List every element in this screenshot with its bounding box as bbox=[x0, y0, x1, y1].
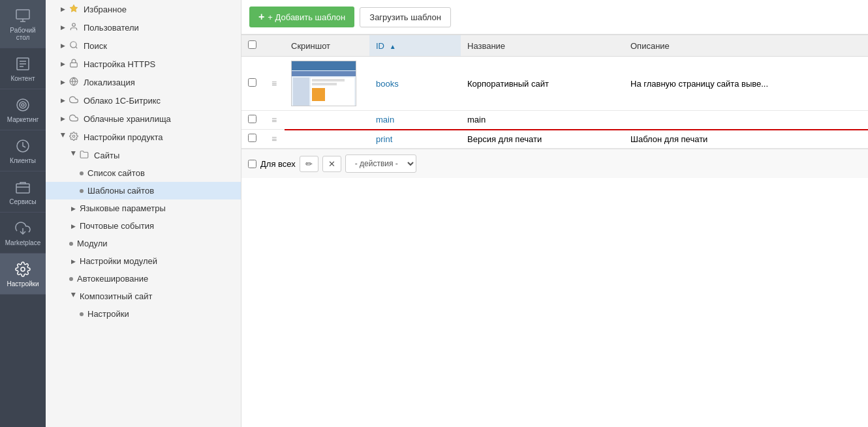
svg-rect-11 bbox=[16, 184, 29, 193]
sort-arrow-icon: ▲ bbox=[390, 43, 396, 50]
arrow-icon-module-settings: ▶ bbox=[69, 258, 77, 265]
dot-composite-settings bbox=[80, 312, 84, 316]
row-name-main: main bbox=[467, 115, 486, 125]
row-name-books: Корпоративный сайт bbox=[467, 79, 549, 89]
row-drag-cell-main: ≡ bbox=[265, 111, 285, 130]
lock-icon bbox=[69, 59, 80, 69]
svg-point-8 bbox=[20, 102, 26, 108]
select-all-checkbox[interactable] bbox=[248, 40, 256, 49]
sidebar-item-label-marketplace: Marketplace bbox=[5, 239, 40, 246]
sidebar-item-marketplace[interactable]: Marketplace bbox=[0, 213, 46, 254]
nav-label-autocache: Автокеширование bbox=[77, 274, 148, 284]
arrow-icon-users: ▶ bbox=[59, 23, 67, 31]
dot-autocache bbox=[69, 277, 73, 281]
dot-sites-list bbox=[80, 171, 84, 175]
screenshot-thumb-books bbox=[291, 61, 356, 106]
row-checkbox-main[interactable] bbox=[248, 115, 256, 123]
nav-item-autocache[interactable]: Автокеширование bbox=[46, 270, 241, 287]
templates-table: Скриншот ID ▲ Название Описание bbox=[241, 35, 868, 149]
gear-small-icon bbox=[69, 132, 80, 142]
row-screenshot-cell-books bbox=[285, 57, 369, 111]
nav-item-cloud1c[interactable]: ▶ Облако 1С-Битрикс bbox=[46, 91, 241, 110]
nav-sidebar: ▶ Избранное ▶ Пользователи ▶ Поиск bbox=[46, 0, 241, 427]
dot-modules bbox=[69, 242, 73, 246]
nav-label-lang-params: Языковые параметры bbox=[80, 203, 166, 213]
nav-item-sites-list[interactable]: Список сайтов bbox=[46, 164, 241, 182]
services-icon bbox=[14, 178, 32, 196]
delete-button[interactable]: ✕ bbox=[322, 156, 341, 172]
nav-item-site-templates[interactable]: Шаблоны сайтов bbox=[46, 182, 241, 199]
for-all-checkbox[interactable] bbox=[248, 160, 256, 168]
sidebar-item-marketing[interactable]: Маркетинг bbox=[0, 89, 46, 130]
row-drag-cell-books: ≡ bbox=[265, 57, 285, 111]
sidebar-item-label-marketing: Маркетинг bbox=[7, 116, 39, 123]
row-screenshot-cell-print bbox=[285, 130, 369, 149]
id-link-books[interactable]: books bbox=[376, 79, 399, 89]
desktop-icon bbox=[14, 7, 32, 25]
nav-item-composite-settings[interactable]: Настройки bbox=[46, 305, 241, 323]
upload-template-button[interactable]: Загрузить шаблон bbox=[360, 7, 451, 27]
nav-item-mail-events[interactable]: ▶ Почтовые события bbox=[46, 217, 241, 235]
sidebar-item-clients[interactable]: Клиенты bbox=[0, 130, 46, 171]
nav-item-composite[interactable]: ▶ Композитный сайт bbox=[46, 287, 241, 305]
arrow-icon-lang-params: ▶ bbox=[69, 205, 77, 213]
col-label-name: Название bbox=[467, 41, 505, 51]
drag-handle-books[interactable]: ≡ bbox=[271, 78, 277, 89]
nav-item-modules[interactable]: Модули bbox=[46, 235, 241, 252]
col-header-drag bbox=[265, 35, 285, 57]
nav-item-cloudstorage[interactable]: ▶ Облачные хранилища bbox=[46, 110, 241, 128]
row-checkbox-cell-books bbox=[241, 57, 265, 111]
col-header-description[interactable]: Описание bbox=[624, 35, 868, 57]
row-screenshot-cell-main bbox=[285, 111, 369, 130]
id-link-main[interactable]: main bbox=[376, 115, 394, 125]
nav-item-search[interactable]: ▶ Поиск bbox=[46, 37, 241, 55]
nav-item-users[interactable]: ▶ Пользователи bbox=[46, 18, 241, 37]
edit-icon: ✏ bbox=[305, 159, 313, 169]
svg-line-18 bbox=[76, 47, 78, 49]
nav-item-module-settings[interactable]: ▶ Настройки модулей bbox=[46, 252, 241, 270]
table-row: ≡ main main bbox=[241, 111, 868, 130]
drag-handle-main[interactable]: ≡ bbox=[271, 115, 277, 125]
arrow-icon-cloudstorage: ▶ bbox=[59, 115, 67, 123]
nav-label-users: Пользователи bbox=[84, 23, 139, 33]
drag-handle-print[interactable]: ≡ bbox=[271, 134, 277, 144]
arrow-icon-mail-events: ▶ bbox=[69, 222, 77, 230]
edit-button[interactable]: ✏ bbox=[300, 156, 318, 172]
nav-label-composite-settings: Настройки bbox=[87, 309, 129, 319]
sidebar-item-label-settings: Настройки bbox=[7, 280, 39, 287]
nav-item-lang-params[interactable]: ▶ Языковые параметры bbox=[46, 199, 241, 217]
col-label-screenshot: Скриншот bbox=[291, 41, 330, 51]
id-link-print[interactable]: print bbox=[376, 134, 392, 144]
fs-image bbox=[312, 88, 325, 101]
nav-item-favorites[interactable]: ▶ Избранное bbox=[46, 0, 241, 18]
nav-label-composite: Композитный сайт bbox=[80, 291, 152, 301]
col-header-name[interactable]: Название bbox=[461, 35, 624, 57]
row-drag-cell-print: ≡ bbox=[265, 130, 285, 149]
sidebar-item-services[interactable]: Сервисы bbox=[0, 171, 46, 213]
row-checkbox-books[interactable] bbox=[248, 78, 256, 87]
actions-dropdown[interactable]: - действия - bbox=[345, 155, 416, 173]
nav-label-search: Поиск bbox=[84, 41, 107, 51]
nav-item-localization[interactable]: ▶ Локализация bbox=[46, 73, 241, 91]
nav-label-cloud1c: Облако 1С-Битрикс bbox=[84, 96, 161, 106]
nav-label-site-templates: Шаблоны сайтов bbox=[87, 186, 154, 196]
arrow-icon-https: ▶ bbox=[59, 60, 67, 68]
nav-item-https[interactable]: ▶ Настройка HTTPS bbox=[46, 55, 241, 73]
svg-point-22 bbox=[72, 135, 75, 138]
sidebar-item-desktop[interactable]: Рабочий стол bbox=[0, 0, 46, 48]
table-row: ≡ print Версия для печати Шаблон для печ… bbox=[241, 130, 868, 149]
svg-marker-15 bbox=[70, 5, 78, 12]
add-template-button[interactable]: + + Добавить шаблон bbox=[249, 7, 354, 27]
col-header-id[interactable]: ID ▲ bbox=[369, 35, 461, 57]
nav-item-product-settings[interactable]: ▶ Настройки продукта bbox=[46, 128, 241, 146]
fs-body bbox=[292, 78, 356, 106]
sidebar-item-settings[interactable]: Настройки bbox=[0, 254, 46, 295]
sidebar-item-content[interactable]: Контент bbox=[0, 48, 46, 89]
arrow-icon-localization: ▶ bbox=[59, 78, 67, 86]
nav-label-modules: Модули bbox=[77, 239, 108, 248]
nav-item-sites[interactable]: ▶ Сайты bbox=[46, 146, 241, 164]
cloud1c-icon bbox=[69, 95, 80, 106]
user-icon bbox=[69, 22, 80, 33]
table-row: ≡ bbox=[241, 57, 868, 111]
row-checkbox-print[interactable] bbox=[248, 134, 256, 142]
